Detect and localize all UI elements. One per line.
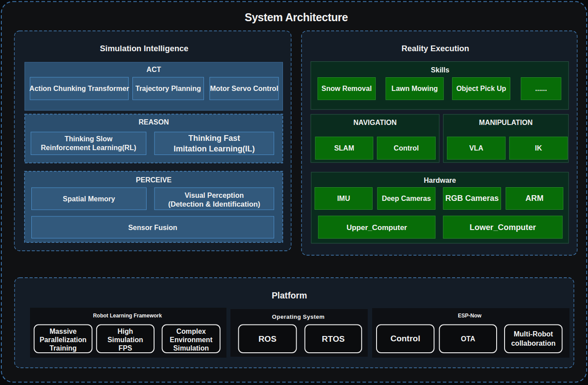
svg-text:Complex: Complex	[177, 328, 206, 335]
svg-text:Environment: Environment	[170, 336, 213, 343]
svg-text:Reinforcement Learning(RL): Reinforcement Learning(RL)	[41, 144, 136, 151]
svg-text:Deep Cameras: Deep Cameras	[382, 195, 431, 202]
svg-text:Imitation Learning(IL): Imitation Learning(IL)	[173, 144, 255, 153]
svg-text:IMU: IMU	[337, 195, 350, 202]
svg-text:IK: IK	[535, 144, 542, 152]
svg-text:ARM: ARM	[525, 194, 543, 203]
svg-text:Massive: Massive	[49, 328, 77, 335]
svg-text:collaboration: collaboration	[511, 340, 555, 347]
svg-text:Control: Control	[394, 144, 419, 152]
svg-text:PERCEIVE: PERCEIVE	[136, 176, 172, 184]
svg-text:(Detection & Identification): (Detection & Identification)	[168, 200, 260, 208]
svg-text:VLA: VLA	[469, 144, 483, 152]
svg-text:Simulation: Simulation	[173, 344, 209, 352]
svg-text:Lower_Computer: Lower_Computer	[470, 223, 536, 232]
svg-text:SLAM: SLAM	[334, 144, 354, 152]
svg-text:Thinking Fast: Thinking Fast	[188, 134, 240, 143]
svg-text:NAVIGATION: NAVIGATION	[353, 119, 396, 126]
svg-text:Object Pick Up: Object Pick Up	[456, 85, 506, 92]
svg-text:FPS: FPS	[119, 344, 132, 352]
svg-text:Reality Execution: Reality Execution	[402, 44, 469, 53]
svg-text:Operating System: Operating System	[272, 313, 324, 320]
svg-text:System Architecture: System Architecture	[245, 11, 348, 23]
svg-text:REASON: REASON	[139, 118, 169, 126]
svg-text:Control: Control	[390, 334, 420, 343]
svg-text:High: High	[117, 328, 133, 335]
svg-text:Upper_Computer: Upper_Computer	[347, 223, 407, 232]
svg-text:RGB Cameras: RGB Cameras	[445, 194, 499, 203]
svg-text:RTOS: RTOS	[322, 334, 345, 343]
svg-text:Robot Learning Framework: Robot Learning Framework	[93, 313, 162, 319]
svg-text:Parallelization: Parallelization	[40, 336, 87, 343]
svg-text:Motor Servo Control: Motor Servo Control	[210, 85, 279, 92]
svg-text:Training: Training	[49, 344, 76, 352]
svg-text:......: ......	[535, 85, 547, 92]
svg-text:Simulation Intelligence: Simulation Intelligence	[100, 44, 188, 53]
svg-text:Hardware: Hardware	[424, 177, 456, 184]
svg-text:Lawn Mowing: Lawn Mowing	[392, 85, 438, 92]
svg-text:Skills: Skills	[431, 66, 449, 74]
svg-text:Trajectory Planning: Trajectory Planning	[136, 85, 201, 92]
svg-text:Thinking Slow: Thinking Slow	[64, 135, 113, 143]
svg-text:ACT: ACT	[147, 66, 161, 73]
svg-text:Simulation: Simulation	[108, 336, 143, 343]
svg-text:Sensor Fusion: Sensor Fusion	[128, 224, 177, 231]
svg-text:OTA: OTA	[461, 335, 475, 343]
svg-text:Visual Perception: Visual Perception	[185, 192, 244, 199]
svg-text:Spatial Memory: Spatial Memory	[63, 195, 115, 203]
svg-text:Action Chunking Transformer: Action Chunking Transformer	[30, 85, 129, 92]
svg-text:Platform: Platform	[271, 291, 307, 300]
svg-text:Snow Removal: Snow Removal	[321, 85, 372, 92]
svg-text:MANIPULATION: MANIPULATION	[479, 119, 532, 126]
svg-text:ROS: ROS	[259, 334, 277, 343]
svg-text:ESP-Now: ESP-Now	[458, 313, 482, 319]
svg-text:Multi-Robot: Multi-Robot	[514, 330, 554, 338]
